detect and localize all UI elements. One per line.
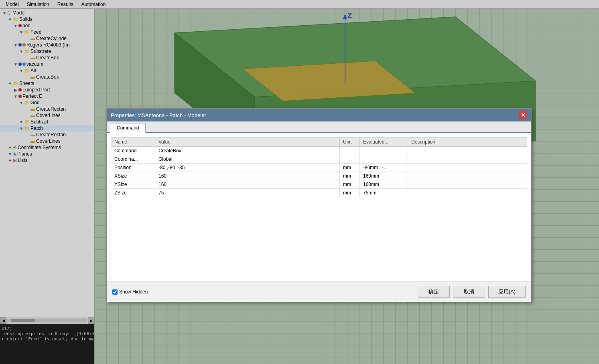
col-header-name: Name [111,138,155,147]
col-header-unit: Unit [340,138,360,147]
cell-evaluated: -80mm , -... [360,164,408,172]
cell-description [408,155,527,164]
cell-evaluated: 160mm [360,180,408,189]
dialog-titlebar: Properties: MSAntenna - Patch - Modeler … [107,109,531,121]
cell-name: Coordina... [111,155,155,164]
cell-value: 160 [155,180,340,189]
cell-name: XSize [111,172,155,180]
cell-unit: mm [340,172,360,180]
show-hidden-checkbox[interactable] [112,289,118,295]
show-hidden-label: Show Hidden [119,289,148,295]
cell-name: Position [111,164,155,172]
cell-value: 75 [155,189,340,197]
cell-unit: mm [340,164,360,172]
cell-description [408,189,527,197]
cell-name: Command [111,147,155,155]
cell-unit [340,147,360,155]
dialog-content: Name Value Unit Evaluated... Description… [107,133,531,281]
table-row[interactable]: ZSize75mm75mm [111,189,527,197]
cell-evaluated [360,155,408,164]
cell-description [408,147,527,155]
table-row[interactable]: YSize160mm160mm [111,180,527,189]
cell-description [408,180,527,189]
cell-value: -80 ,-80 ,-35 [155,164,340,172]
col-header-evaluated: Evaluated... [360,138,408,147]
col-header-value: Value [155,138,340,147]
table-row[interactable]: XSize160mm160mm [111,172,527,180]
cell-unit: mm [340,180,360,189]
cancel-button[interactable]: 取消 [453,286,485,298]
cell-value: CreateBox [155,147,340,155]
tab-command[interactable]: Command [110,123,146,133]
cell-description [408,172,527,180]
dialog-footer: Show Hidden 确定 取消 应用(A) [107,281,531,302]
table-row[interactable]: Position-80 ,-80 ,-35mm-80mm , -... [111,164,527,172]
cell-unit [340,155,360,164]
cell-value: Global [155,155,340,164]
properties-table: Name Value Unit Evaluated... Description… [111,137,527,197]
cell-value: 160 [155,172,340,180]
modal-overlay: Properties: MSAntenna - Patch - Modeler … [0,0,599,364]
apply-button[interactable]: 应用(A) [488,286,526,298]
dialog-tabs: Command [107,121,531,133]
cell-name: YSize [111,180,155,189]
table-row[interactable]: Coordina...Global [111,155,527,164]
cell-description [408,164,527,172]
confirm-button[interactable]: 确定 [418,286,450,298]
dialog-title: Properties: MSAntenna - Patch - Modeler [111,112,206,118]
cell-name: ZSize [111,189,155,197]
dialog-close-button[interactable]: ✕ [519,111,527,119]
cell-unit: mm [340,189,360,197]
footer-left: Show Hidden [112,289,414,295]
cell-evaluated: 160mm [360,172,408,180]
cell-evaluated: 75mm [360,189,408,197]
properties-dialog: Properties: MSAntenna - Patch - Modeler … [106,108,532,302]
table-empty-area [111,197,527,277]
properties-table-body: CommandCreateBoxCoordina...GlobalPositio… [111,147,527,197]
cell-evaluated [360,147,408,155]
table-row[interactable]: CommandCreateBox [111,147,527,155]
col-header-description: Description [408,138,527,147]
